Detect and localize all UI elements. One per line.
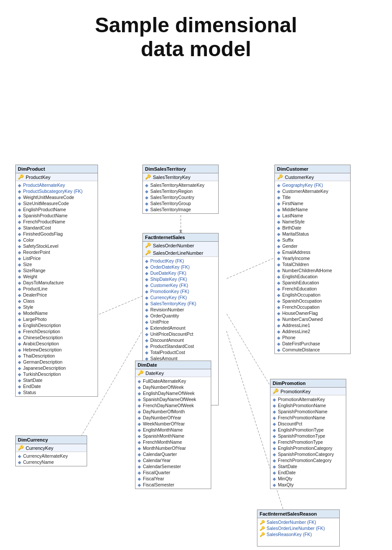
field-row: ◆EmailAddress [275,249,350,255]
dimcurrency-fields: ◆CurrencyAlternateKey ◆CurrencyName [16,452,87,466]
factinternetsales-pk2: 🔑 SalesOrderLineNumber [143,249,218,257]
field-row: ◆AddressLine1 [275,322,350,328]
field-row: ◆ExtendedAmount [143,325,218,331]
field-row: ◆CurrencyName [16,459,87,465]
field-row: ◆EnglishProductName [16,206,98,213]
field-row: 🔑SalesReasonKey (FK) [257,531,339,537]
field-row: ◆FirstName [275,200,350,206]
entity-dimproduct-header: DimProduct [16,165,98,173]
field-row: ◆DateFirstPurchase [275,341,350,347]
field-row: ◆SalesTerritoryKey (FK) [143,300,218,307]
field-row: ◆WeightUnitMeasureCode [16,194,98,200]
field-row: ◆ThaiDescription [16,353,98,359]
field-row: ◆ChineseDescription [16,334,98,341]
field-row: ◆LargePhoto [16,316,98,322]
field-row: ◆DealerPrice [16,292,98,298]
entity-dimsalesterritory-header: DimSalesTerritory [143,165,218,173]
dimproduct-name: DimProduct [18,166,45,172]
entity-dimcustomer: DimCustomer 🔑 CustomerKey ◆GeographyKey … [274,165,351,354]
field-row: ◆GeographyKey (FK) [275,182,350,188]
field-row: ◆EnglishPromotionType [270,427,346,433]
field-row: ◆EndDate [270,469,346,476]
entity-factinternetsalesreason-header: FactInternetSalesReason [257,510,339,518]
dimdate-name: DimDate [138,362,157,368]
field-row: ◆DayNumberOfYear [135,415,211,421]
field-row: ◆DiscountAmount [143,337,218,343]
field-row: 🔑SalesOrderNumber (FK) [257,519,339,525]
factinternetsalesreason-fields: 🔑SalesOrderNumber (FK) 🔑SalesOrderLineNu… [257,518,339,546]
field-row: ◆AddressLine2 [275,328,350,334]
field-row: 🔑SalesOrderLineNumber (FK) [257,525,339,531]
field-row: ◆UnitPriceDiscountPct [143,331,218,337]
svg-line-9 [179,230,182,233]
field-row: ◆ProductStandardCost [143,343,218,349]
field-row: ◆ProductSubcategoryKey (FK) [16,188,98,194]
dimcustomer-fields: ◆GeographyKey (FK) ◆CustomerAlternateKey… [275,181,350,354]
entity-dimdate-header: DimDate [135,361,211,369]
field-row: ◆ProductKey (FK) [143,258,218,264]
field-row: ◆PromotionAlternateKey [270,396,346,402]
field-row: ◆MinQty [270,476,346,482]
field-row: ◆ModelName [16,310,98,316]
entity-factinternetsalesreason: FactInternetSalesReason 🔑SalesOrderNumbe… [257,510,340,547]
dimcurrency-name: DimCurrency [18,437,48,442]
field-row: ◆SpanishPromotionName [270,408,346,415]
dimsalesterritory-pk: 🔑 SalesTerritoryKey [143,173,218,181]
field-row: ◆OrderQuantity [143,313,218,319]
field-row: ◆YearlyIncome [275,255,350,261]
field-row: ◆FiscalSemester [135,482,211,488]
field-row: ◆StartDate [16,377,98,383]
field-row: ◆SpanishOccupation [275,298,350,304]
diagram-area: DimProduct 🔑 ProductKey ◆ProductAlternat… [0,70,392,549]
field-row: ◆Color [16,237,98,243]
field-row: ◆SalesTerritoryCountry [143,194,218,200]
field-row: ◆ReorderPoint [16,249,98,255]
entity-dimcurrency-header: DimCurrency [16,436,87,444]
entity-factinternetsales-header: FactInternetSales [143,233,218,242]
field-row: ◆WeekNumberOfYear [135,421,211,427]
field-row: ◆SpanishProductName [16,213,98,219]
field-row: ◆EnglishDayNameOfWeek [135,390,211,396]
field-row: ◆NameStyle [275,219,350,225]
entity-dimsalesterritory: DimSalesTerritory 🔑 SalesTerritoryKey ◆S… [142,165,219,214]
field-row: ◆LastName [275,213,350,219]
field-row: ◆MonthNumberOfYear [135,445,211,451]
svg-line-5 [226,314,277,396]
field-row: ◆SalesTerritoryImage [143,206,218,213]
field-row: ◆FinishedGoodsFlag [16,231,98,237]
factinternetsalesreason-name: FactInternetSalesReason [260,511,317,516]
entity-dimpromotion-header: DimPromotion [270,379,346,388]
field-row: ◆SizeUnitMeasureCode [16,200,98,206]
field-row: ◆HouseOwnerFlag [275,310,350,316]
field-row: ◆CalendarYear [135,457,211,463]
field-row: ◆SalesTerritoryRegion [143,188,218,194]
factinternetsales-name: FactInternetSales [145,235,185,240]
field-row: ◆EnglishDescription [16,322,98,328]
field-row: ◆EnglishEducation [275,273,350,280]
field-row: ◆Weight [16,273,98,280]
field-row: ◆NumberCarsOwned [275,316,350,322]
field-row: ◆MaritalStatus [275,231,350,237]
field-row: ◆SalesTerritoryAlternateKey [143,182,218,188]
field-row: ◆Phone [275,334,350,341]
page-title: Sample dimensionaldata model [0,0,392,70]
dimpromotion-name: DimPromotion [273,381,306,386]
field-row: ◆TurkishDescription [16,371,98,377]
entity-dimcurrency: DimCurrency 🔑 CurrencyKey ◆CurrencyAlter… [15,435,87,466]
field-row: ◆PromotionKey (FK) [143,288,218,294]
field-row: ◆Title [275,194,350,200]
field-row: ◆FrenchMonthName [135,439,211,445]
field-row: ◆GermanDescription [16,359,98,365]
field-row: ◆SpanishPromotionType [270,433,346,439]
field-row: ◆Status [16,389,98,395]
entity-dimproduct: DimProduct 🔑 ProductKey ◆ProductAlternat… [15,165,98,397]
field-row: ◆EnglishMonthName [135,427,211,433]
field-row: ◆SalesTerritoryGroup [143,200,218,206]
field-row: ◆ProductLine [16,286,98,292]
dimsalesterritory-fields: ◆SalesTerritoryAlternateKey ◆SalesTerrit… [143,181,218,213]
field-row: ◆SpanishMonthName [135,433,211,439]
field-row: ◆SpanishPromotionCategory [270,451,346,457]
field-row: ◆FullDateAlternateKey [135,378,211,384]
field-row: ◆ListPrice [16,255,98,261]
dimproduct-pk: 🔑 ProductKey [16,173,98,181]
